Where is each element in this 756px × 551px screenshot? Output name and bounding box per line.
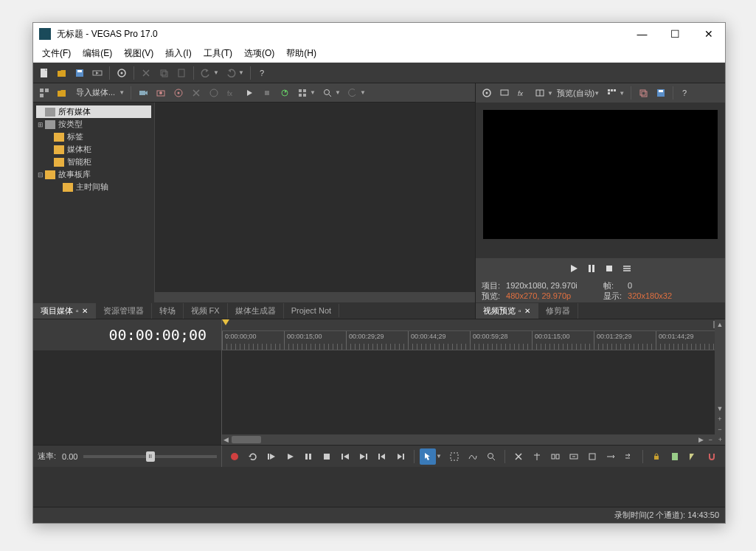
views-icon[interactable]: [294, 85, 311, 101]
cursor-marker-icon[interactable]: [222, 319, 229, 325]
capture-video-icon[interactable]: [135, 85, 151, 101]
save-project-icon[interactable]: [72, 65, 88, 81]
play-media-icon[interactable]: [241, 85, 257, 101]
menu-tools[interactable]: 工具(T): [198, 45, 238, 62]
edit-tool-dropdown-icon[interactable]: ▼: [436, 453, 442, 460]
timecode-display[interactable]: 00:00:00;00: [33, 319, 221, 350]
media-folder-icon[interactable]: [54, 85, 70, 101]
copy-snapshot-icon[interactable]: [635, 85, 651, 101]
save-snapshot-icon[interactable]: [653, 85, 669, 101]
trim-tool-icon[interactable]: [529, 448, 545, 465]
rate-slider[interactable]: II: [83, 455, 217, 458]
refresh-icon[interactable]: [277, 85, 293, 101]
tree-media-bin[interactable]: 媒体柜: [36, 143, 151, 156]
redo-dropdown-icon[interactable]: ▼: [238, 69, 244, 76]
selection-tool-icon[interactable]: [446, 448, 462, 465]
search-back-dropdown-icon[interactable]: ▼: [360, 89, 366, 96]
new-project-icon[interactable]: [36, 65, 52, 81]
media-content-area[interactable]: [155, 103, 475, 302]
preview-video[interactable]: [483, 110, 718, 239]
zoom-tool-icon[interactable]: [483, 448, 499, 465]
tab-project-notes[interactable]: Project Not: [284, 304, 339, 317]
minimize-button[interactable]: —: [625, 23, 659, 45]
maximize-button[interactable]: ☐: [659, 23, 692, 45]
tab-video-preview[interactable]: 视频预览▫✕: [476, 303, 538, 319]
search-icon[interactable]: [319, 85, 336, 101]
tree-storyboard[interactable]: ⊟故事板库: [36, 168, 151, 181]
whats-this-icon[interactable]: ?: [254, 65, 271, 81]
views-dropdown-icon[interactable]: ▼: [310, 89, 316, 96]
preview-stop-icon[interactable]: [603, 262, 616, 275]
track-header-body[interactable]: [33, 350, 221, 445]
properties-icon[interactable]: [114, 65, 130, 81]
scroll-up-icon[interactable]: ▲: [715, 319, 725, 330]
next-frame-button[interactable]: [392, 448, 409, 465]
close-button[interactable]: ✕: [692, 23, 725, 45]
import-media-button[interactable]: 导入媒体...: [72, 87, 119, 98]
menu-file[interactable]: 文件(F): [36, 45, 77, 62]
preview-help-icon[interactable]: ?: [677, 85, 693, 101]
loop-button[interactable]: [245, 448, 261, 465]
auto-ripple-icon[interactable]: [667, 448, 683, 465]
prev-frame-button[interactable]: [374, 448, 390, 465]
go-to-start-button[interactable]: [337, 448, 353, 465]
external-monitor-icon[interactable]: [496, 85, 513, 101]
pin-icon[interactable]: ▫: [76, 307, 79, 315]
menu-edit[interactable]: 编辑(E): [77, 45, 118, 62]
snap-icon[interactable]: [704, 448, 720, 465]
tab-explorer[interactable]: 资源管理器: [96, 303, 152, 319]
zoom-in-v-icon[interactable]: +: [715, 414, 725, 424]
tab-video-fx[interactable]: 视频 FX: [184, 303, 228, 319]
marker-row[interactable]: [222, 319, 725, 331]
play-from-start-button[interactable]: [263, 448, 280, 465]
close-icon[interactable]: ✕: [82, 307, 88, 315]
split-tool-icon[interactable]: [547, 448, 563, 465]
time-stretch-icon[interactable]: [603, 448, 619, 465]
tree-smart-bin[interactable]: 智能柜: [36, 156, 151, 168]
tree-tags[interactable]: 标签: [36, 131, 151, 143]
extract-audio-icon[interactable]: [170, 85, 187, 101]
media-view-icon[interactable]: [36, 85, 52, 101]
split-dropdown-icon[interactable]: ▼: [547, 90, 553, 97]
preview-play-icon[interactable]: [567, 262, 580, 275]
envelope-tool-icon[interactable]: [465, 448, 481, 465]
tracks-body[interactable]: [222, 350, 725, 434]
menu-view[interactable]: 视图(V): [118, 45, 159, 62]
menu-options[interactable]: 选项(O): [238, 45, 280, 62]
slip-tool-icon[interactable]: [566, 448, 582, 465]
timeline-ruler[interactable]: 0:00:00;0000:00:15;0000:00:29;2900:00:44…: [222, 331, 725, 350]
menu-help[interactable]: 帮助(H): [280, 45, 322, 62]
normal-edit-tool[interactable]: [420, 448, 436, 465]
tab-media-generators[interactable]: 媒体生成器: [228, 303, 284, 319]
preview-pause-icon[interactable]: [585, 262, 598, 275]
import-dropdown-icon[interactable]: ▼: [119, 89, 125, 96]
pin-icon[interactable]: ▫: [519, 307, 521, 315]
overlays-icon[interactable]: [603, 85, 620, 101]
search-dropdown-icon[interactable]: ▼: [335, 89, 341, 96]
tree-main-timeline[interactable]: 主时间轴: [36, 181, 151, 193]
tab-project-media[interactable]: 项目媒体▫✕: [33, 303, 96, 319]
get-photo-icon[interactable]: [153, 85, 169, 101]
pause-button[interactable]: [300, 448, 316, 465]
media-hscrollbar[interactable]: [155, 292, 475, 302]
quality-dropdown-icon[interactable]: ▼: [594, 90, 600, 97]
slide-tool-icon[interactable]: [584, 448, 600, 465]
shuffle-tool-icon[interactable]: [621, 448, 637, 465]
video-fx-icon[interactable]: fx: [514, 85, 530, 101]
split-screen-icon[interactable]: [532, 85, 548, 101]
close-icon[interactable]: ✕: [524, 307, 530, 315]
tree-all-media[interactable]: 所有媒体: [36, 105, 151, 118]
timeline-hscrollbar[interactable]: ◀ ▶ − +: [222, 434, 725, 445]
undo-dropdown-icon[interactable]: ▼: [213, 69, 219, 76]
scrollbar-thumb[interactable]: [232, 436, 261, 443]
open-project-icon[interactable]: [54, 65, 70, 81]
preview-quality-button[interactable]: 预览(自动): [557, 88, 594, 99]
preview-settings-icon[interactable]: [479, 85, 495, 101]
stop-button[interactable]: [319, 448, 335, 465]
menu-insert[interactable]: 插入(I): [159, 45, 197, 62]
go-to-end-button[interactable]: [356, 448, 372, 465]
marker-tool-icon[interactable]: [510, 448, 527, 465]
lock-envelope-icon[interactable]: [648, 448, 665, 465]
tab-transitions[interactable]: 转场: [152, 303, 184, 319]
overlays-dropdown-icon[interactable]: ▼: [619, 90, 625, 97]
